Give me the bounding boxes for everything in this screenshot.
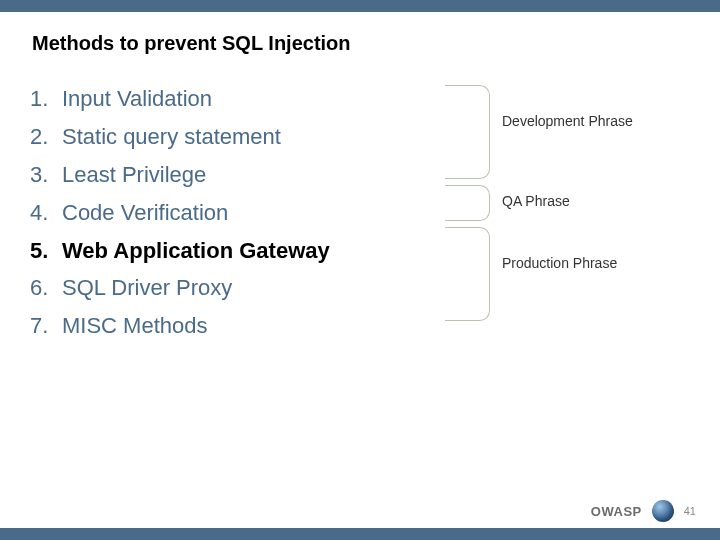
item-number: 7. — [30, 310, 62, 342]
bottom-bar — [0, 528, 720, 540]
item-number: 3. — [30, 159, 62, 191]
label-qa: QA Phrase — [502, 193, 570, 209]
item-text: Web Application Gateway — [62, 235, 330, 267]
footer-org: OWASP — [591, 504, 642, 519]
list-item: 6. SQL Driver Proxy — [30, 272, 450, 304]
label-production: Production Phrase — [502, 255, 617, 271]
item-text: Input Validation — [62, 83, 212, 115]
list-item: 3. Least Privilege — [30, 159, 450, 191]
footer: OWASP 41 — [591, 500, 696, 522]
bracket-production — [445, 227, 490, 321]
item-number: 5. — [30, 235, 62, 267]
item-number: 2. — [30, 121, 62, 153]
list-item-highlighted: 5. Web Application Gateway — [30, 235, 450, 267]
list-item: 4. Code Verification — [30, 197, 450, 229]
methods-list: 1. Input Validation 2. Static query stat… — [30, 83, 450, 348]
item-text: Code Verification — [62, 197, 228, 229]
list-item: 1. Input Validation — [30, 83, 450, 115]
bracket-development — [445, 85, 490, 179]
item-text: Least Privilege — [62, 159, 206, 191]
list-item: 2. Static query statement — [30, 121, 450, 153]
globe-icon — [652, 500, 674, 522]
item-number: 6. — [30, 272, 62, 304]
item-number: 4. — [30, 197, 62, 229]
top-bar — [0, 0, 720, 12]
item-text: SQL Driver Proxy — [62, 272, 232, 304]
slide-title: Methods to prevent SQL Injection — [32, 32, 720, 55]
item-text: Static query statement — [62, 121, 281, 153]
list-item: 7. MISC Methods — [30, 310, 450, 342]
bracket-qa — [445, 185, 490, 221]
item-number: 1. — [30, 83, 62, 115]
page-number: 41 — [684, 505, 696, 517]
label-development: Development Phrase — [502, 113, 633, 129]
content-area: 1. Input Validation 2. Static query stat… — [0, 83, 720, 348]
item-text: MISC Methods — [62, 310, 208, 342]
